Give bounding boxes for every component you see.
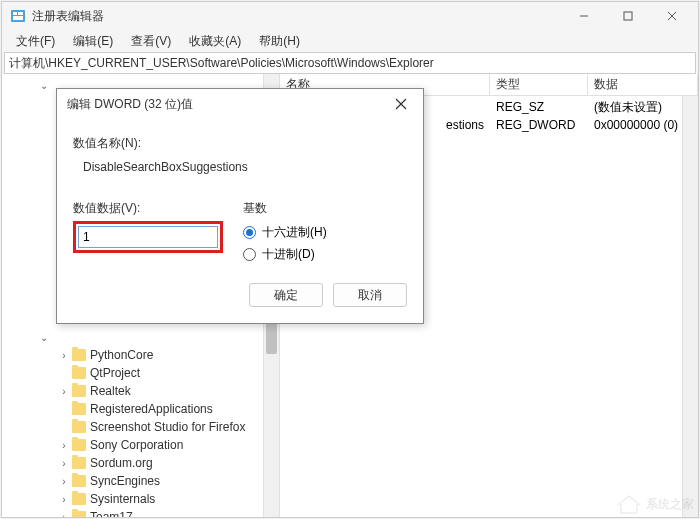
menubar: 文件(F) 编辑(E) 查看(V) 收藏夹(A) 帮助(H): [2, 30, 698, 52]
tree-item-label: Sony Corporation: [90, 438, 183, 452]
chevron-right-icon: ›: [58, 493, 70, 505]
list-scrollbar[interactable]: [682, 96, 698, 517]
chevron-down-icon: ⌄: [38, 331, 50, 343]
label-value-data: 数值数据(V):: [73, 200, 223, 217]
tree-item[interactable]: ›Sysinternals: [2, 490, 279, 508]
chevron-right-icon: ›: [58, 511, 70, 517]
radio-dec[interactable]: 十进制(D): [243, 243, 407, 265]
window-title: 注册表编辑器: [32, 8, 570, 25]
folder-icon: [72, 385, 86, 397]
minimize-button[interactable]: [570, 6, 598, 26]
tree-item-label: SyncEngines: [90, 474, 160, 488]
folder-icon: [72, 511, 86, 517]
folder-icon: [72, 439, 86, 451]
chevron-right-icon: ›: [58, 385, 70, 397]
app-icon: [10, 8, 26, 24]
watermark-icon: [616, 493, 642, 515]
tree-item-label: Sordum.org: [90, 456, 153, 470]
close-icon: [395, 98, 407, 110]
tree-item-label: Screenshot Studio for Firefox: [90, 420, 245, 434]
tree-item-label: RegisteredApplications: [90, 402, 213, 416]
folder-icon: [72, 403, 86, 415]
close-button[interactable]: [658, 6, 686, 26]
tree-item[interactable]: QtProject: [2, 364, 279, 382]
label-value-name: 数值名称(N):: [73, 135, 407, 152]
tree-item-label: Realtek: [90, 384, 131, 398]
tree-item-label: QtProject: [90, 366, 140, 380]
chevron-right-icon: ›: [58, 475, 70, 487]
tree-item-label: Team17: [90, 510, 133, 517]
folder-icon: [72, 349, 86, 361]
folder-icon: [72, 367, 86, 379]
folder-icon: [72, 457, 86, 469]
radio-dec-label: 十进制(D): [262, 246, 315, 263]
tree-item[interactable]: RegisteredApplications: [2, 400, 279, 418]
dialog-body: 数值名称(N): DisableSearchBoxSuggestions 数值数…: [57, 119, 423, 323]
dialog-close-button[interactable]: [389, 92, 413, 116]
tree-item[interactable]: ›SyncEngines: [2, 472, 279, 490]
chevron-right-icon: ›: [58, 457, 70, 469]
watermark-text: 系统之家: [646, 496, 694, 513]
base-radio-group: 十六进制(H) 十进制(D): [243, 221, 407, 265]
tree-item[interactable]: Screenshot Studio for Firefox: [2, 418, 279, 436]
radio-hex-label: 十六进制(H): [262, 224, 327, 241]
column-type[interactable]: 类型: [490, 74, 588, 95]
radio-hex[interactable]: 十六进制(H): [243, 221, 407, 243]
cell-type: REG_DWORD: [490, 118, 588, 132]
menu-favorites[interactable]: 收藏夹(A): [181, 31, 249, 52]
menu-view[interactable]: 查看(V): [123, 31, 179, 52]
folder-icon: [72, 421, 86, 433]
value-data-highlight: [73, 221, 223, 253]
address-bar[interactable]: 计算机\HKEY_CURRENT_USER\Software\Policies\…: [4, 52, 696, 74]
tree-item[interactable]: ›Sony Corporation: [2, 436, 279, 454]
chevron-down-icon: ⌄: [38, 79, 50, 91]
cancel-button[interactable]: 取消: [333, 283, 407, 307]
menu-file[interactable]: 文件(F): [8, 31, 63, 52]
chevron-icon: [58, 367, 70, 379]
tree-item[interactable]: ›Realtek: [2, 382, 279, 400]
column-data[interactable]: 数据: [588, 74, 698, 95]
radio-icon: [243, 248, 256, 261]
dialog-buttons: 确定 取消: [73, 283, 407, 307]
chevron-icon: [58, 403, 70, 415]
value-name-display: DisableSearchBoxSuggestions: [73, 156, 407, 186]
dialog-titlebar: 编辑 DWORD (32 位)值: [57, 89, 423, 119]
tree-item[interactable]: ›Sordum.org: [2, 454, 279, 472]
titlebar: 注册表编辑器: [2, 2, 698, 30]
folder-icon: [72, 493, 86, 505]
cell-type: REG_SZ: [490, 100, 588, 114]
tree-item[interactable]: ›Team17: [2, 508, 279, 517]
tree-collapse-chevron[interactable]: ⌄: [2, 328, 279, 346]
value-data-input[interactable]: [78, 226, 218, 248]
tree-item-label: Sysinternals: [90, 492, 155, 506]
address-path: 计算机\HKEY_CURRENT_USER\Software\Policies\…: [9, 55, 434, 72]
watermark: 系统之家: [616, 493, 694, 515]
svg-rect-1: [13, 12, 17, 15]
maximize-button[interactable]: [614, 6, 642, 26]
folder-icon: [72, 475, 86, 487]
tree-item-label: PythonCore: [90, 348, 153, 362]
svg-rect-5: [624, 12, 632, 20]
menu-help[interactable]: 帮助(H): [251, 31, 308, 52]
svg-rect-2: [18, 12, 23, 15]
chevron-icon: [58, 421, 70, 433]
ok-button[interactable]: 确定: [249, 283, 323, 307]
window-controls: [570, 6, 686, 26]
radio-icon: [243, 226, 256, 239]
menu-edit[interactable]: 编辑(E): [65, 31, 121, 52]
edit-dword-dialog: 编辑 DWORD (32 位)值 数值名称(N): DisableSearchB…: [56, 88, 424, 324]
svg-rect-3: [13, 16, 23, 20]
chevron-right-icon: ›: [58, 349, 70, 361]
chevron-right-icon: ›: [58, 439, 70, 451]
label-base: 基数: [243, 200, 407, 217]
dialog-title-text: 编辑 DWORD (32 位)值: [67, 96, 389, 113]
tree-item[interactable]: ›PythonCore: [2, 346, 279, 364]
